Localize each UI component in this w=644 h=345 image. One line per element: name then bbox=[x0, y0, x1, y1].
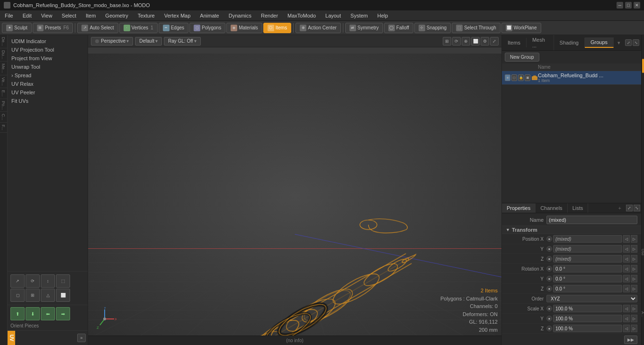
menu-item-texture[interactable]: Texture bbox=[133, 12, 160, 19]
left-item-spread[interactable]: › Spread bbox=[8, 71, 88, 80]
menu-item-system[interactable]: System bbox=[346, 12, 373, 19]
prop-arr2-pos-z[interactable]: ▷ bbox=[631, 255, 637, 263]
vp-icon-expand[interactable]: ⤢ bbox=[490, 37, 499, 45]
item-visibility-icon[interactable]: 👁 bbox=[505, 74, 510, 81]
close-button[interactable]: ✕ bbox=[634, 2, 640, 9]
menu-item-animate[interactable]: Animate bbox=[195, 12, 224, 19]
arrow-left[interactable]: ⬅ bbox=[41, 307, 55, 320]
prop-arr-pos-z[interactable]: ◁ bbox=[623, 255, 630, 263]
prop-circle-pos-x[interactable]: ● bbox=[546, 236, 552, 242]
prop-arr2-pos-y[interactable]: ▷ bbox=[631, 245, 637, 253]
snapping-button[interactable]: ⊹ Snapping bbox=[414, 23, 451, 33]
prop-name-input[interactable] bbox=[546, 216, 637, 224]
arrow-right[interactable]: ➡ bbox=[56, 307, 70, 320]
menu-item-render[interactable]: Render bbox=[256, 12, 283, 19]
prop-arr-rot-z[interactable]: ◁ bbox=[623, 285, 630, 292]
symmetry-button[interactable]: ⇌ Symmetry bbox=[345, 23, 383, 33]
prop-arr2-pos-x[interactable]: ▷ bbox=[631, 235, 637, 243]
prop-circle-rot-y[interactable]: ● bbox=[546, 276, 552, 281]
tool-icon-6[interactable]: ⊞ bbox=[26, 289, 40, 302]
prop-circle-rot-x[interactable]: ● bbox=[546, 266, 552, 272]
left-item-uv-proj[interactable]: UV Projection Tool bbox=[8, 45, 88, 54]
presets-button[interactable]: ⊞ Presets F6 bbox=[33, 23, 73, 33]
prop-field-scale-x[interactable]: 100.0 % bbox=[553, 305, 622, 312]
prop-select-order[interactable]: XYZ XZY YXZ YZX ZXY ZYX bbox=[546, 295, 637, 302]
prop-circle-rot-z[interactable]: ● bbox=[546, 286, 552, 291]
menu-item-dynamics[interactable]: Dynamics bbox=[224, 12, 256, 19]
prop-arr2-rot-y[interactable]: ▷ bbox=[631, 275, 637, 282]
prop-field-rot-y[interactable]: 0.0 ° bbox=[553, 275, 622, 282]
side-tab-f[interactable]: F... bbox=[0, 123, 7, 133]
tool-icon-2[interactable]: ⟳ bbox=[26, 274, 40, 288]
prop-field-rot-z[interactable]: 0.0 ° bbox=[553, 285, 622, 292]
ray-gl-dropdown[interactable]: Ray GL: Off ▾ bbox=[164, 37, 201, 45]
falloff-button[interactable]: ◯ Falloff bbox=[384, 23, 413, 33]
prop-arr-rot-y[interactable]: ◁ bbox=[623, 275, 630, 282]
vp-icon-settings[interactable]: ⚙ bbox=[481, 37, 489, 45]
side-tab-du[interactable]: Du... bbox=[0, 48, 7, 62]
prop-field-pos-y[interactable]: (mixed) bbox=[553, 245, 622, 253]
side-tab-me[interactable]: Me... bbox=[0, 62, 7, 75]
prop-circle-pos-z[interactable]: ● bbox=[546, 256, 552, 262]
default-dropdown[interactable]: Default ▾ bbox=[135, 37, 162, 45]
left-item-uv-peeler[interactable]: UV Peeler bbox=[8, 88, 88, 97]
prop-arr-pos-x[interactable]: ◁ bbox=[623, 235, 630, 243]
arrow-up-left[interactable]: ⬆ bbox=[10, 307, 25, 320]
tool-icon-8[interactable]: ⬜ bbox=[56, 289, 70, 302]
prop-field-pos-z[interactable]: (mixed) bbox=[553, 255, 622, 263]
maximize-button[interactable]: □ bbox=[625, 2, 632, 9]
item-select-icon[interactable]: ▣ bbox=[525, 74, 530, 81]
side-tab-de[interactable]: De... bbox=[0, 35, 7, 48]
action-center-button[interactable]: ⊕ Action Center bbox=[295, 23, 341, 33]
prop-arr2-scale-y[interactable]: ▷ bbox=[631, 315, 637, 322]
prop-arr2-rot-z[interactable]: ▷ bbox=[631, 285, 637, 292]
item-lock-icon[interactable]: 🔒 bbox=[518, 74, 524, 81]
menu-item-edit[interactable]: Edit bbox=[18, 12, 36, 19]
menu-item-vertex map[interactable]: Vertex Map bbox=[160, 12, 196, 19]
prop-circle-scale-y[interactable]: ● bbox=[546, 316, 552, 321]
prop-tab-properties[interactable]: Properties bbox=[502, 203, 536, 213]
tool-icon-4[interactable]: ⬚ bbox=[56, 274, 70, 288]
tool-icon-1[interactable]: ↗ bbox=[10, 274, 25, 288]
rp-tab-shading[interactable]: Shading bbox=[554, 38, 585, 47]
rp-collapse-btn[interactable]: ⤡ bbox=[633, 39, 639, 46]
prop-collapse-btn[interactable]: ⤡ bbox=[634, 205, 640, 211]
scene-canvas[interactable]: Y X Z 2 Items Polygons : Catmull-Clark C… bbox=[88, 47, 501, 345]
left-item-unwrap[interactable]: Unwrap Tool bbox=[8, 63, 88, 71]
edges-button[interactable]: ━ Edges bbox=[159, 23, 188, 33]
prop-circle-pos-y[interactable]: ● bbox=[546, 246, 552, 252]
rp-tab-items[interactable]: Items bbox=[502, 38, 527, 47]
auto-select-button[interactable]: ↗ Auto Select bbox=[77, 23, 118, 33]
left-item-project-view[interactable]: Project from View bbox=[8, 54, 88, 63]
left-item-uv-relax[interactable]: UV Relax bbox=[8, 80, 88, 88]
rp-expand-btn[interactable]: ⤢ bbox=[625, 39, 632, 46]
uv-tab[interactable]: UV bbox=[8, 331, 15, 345]
rp-tab-more[interactable]: ▾ bbox=[614, 38, 624, 48]
side-tab-c[interactable]: C... bbox=[0, 112, 7, 123]
materials-button[interactable]: ◈ Materials bbox=[226, 23, 262, 33]
menu-item-view[interactable]: View bbox=[36, 12, 57, 19]
prop-arr-pos-y[interactable]: ◁ bbox=[623, 245, 630, 253]
menu-item-layout[interactable]: Layout bbox=[321, 12, 346, 19]
left-item-udim[interactable]: UDIM Indicator bbox=[8, 37, 88, 45]
item-entry-0[interactable]: 👁 ◻ 🔒 ▣ Cobham_Refueling_Budd ... 1 Item bbox=[502, 71, 641, 85]
side-tab-po[interactable]: Po... bbox=[0, 99, 7, 112]
menu-item-geometry[interactable]: Geometry bbox=[100, 12, 133, 19]
tool-icon-3[interactable]: ↕ bbox=[41, 274, 55, 288]
left-item-fit-uvs[interactable]: Fit UVs bbox=[8, 97, 88, 105]
prop-tab-lists[interactable]: Lists bbox=[568, 203, 589, 213]
menu-item-item[interactable]: Item bbox=[81, 12, 100, 19]
prop-tab-channels[interactable]: Channels bbox=[536, 203, 567, 213]
arrow-down-left[interactable]: ⬇ bbox=[26, 307, 40, 320]
vp-icon-rotate[interactable]: ⟳ bbox=[452, 37, 461, 45]
prop-arr-rot-x[interactable]: ◁ bbox=[623, 265, 630, 272]
prop-arr-scale-y[interactable]: ◁ bbox=[623, 315, 630, 322]
menu-item-file[interactable]: File bbox=[0, 12, 18, 19]
new-group-button[interactable]: New Group bbox=[505, 53, 539, 62]
prop-circle-scale-x[interactable]: ● bbox=[546, 306, 552, 311]
tool-icon-7[interactable]: △ bbox=[41, 289, 55, 302]
vp-icon-zoom[interactable]: ⊕ bbox=[462, 37, 470, 45]
prop-apply-btn[interactable]: ▶▶ bbox=[624, 336, 637, 344]
perspective-dropdown[interactable]: Perspective ▾ bbox=[91, 37, 133, 45]
menu-item-help[interactable]: Help bbox=[373, 12, 393, 19]
